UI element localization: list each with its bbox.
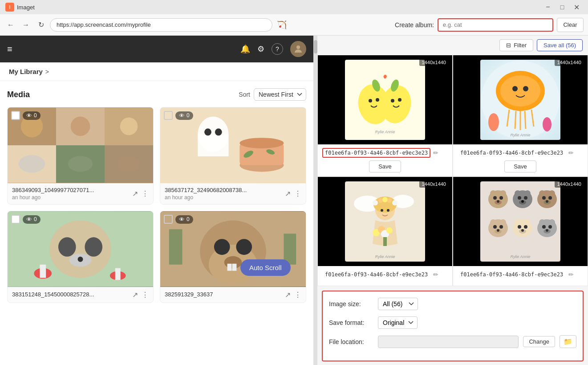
svg-point-73 — [378, 198, 383, 203]
card-more-btn[interactable]: ⋮ — [142, 189, 149, 198]
app-logo: I Imaget — [5, 3, 35, 12]
svg-point-95 — [524, 190, 531, 197]
svg-point-29 — [78, 257, 83, 262]
change-btn[interactable]: Change — [523, 336, 555, 347]
breadcrumb: My Library > — [0, 62, 313, 81]
result-edit-btn[interactable]: ✏ — [568, 271, 574, 278]
media-card[interactable]: 👁 0 385637172_32490682008738... an hour … — [160, 107, 306, 205]
result-uuid: f01ee6fa-0f93-4a46-8cbf-e9ec3e23 — [322, 270, 430, 279]
card-share-btn[interactable]: ↗ — [132, 189, 138, 198]
result-edit-btn[interactable]: ✏ — [568, 149, 574, 156]
svg-rect-83 — [383, 237, 387, 246]
save-format-label: Save format: — [329, 319, 373, 326]
card-more-btn[interactable]: ⋮ — [294, 189, 301, 198]
svg-point-56 — [500, 75, 540, 107]
svg-point-38 — [236, 239, 252, 255]
svg-rect-40 — [227, 264, 232, 271]
card-checkbox[interactable] — [11, 215, 20, 224]
svg-point-106 — [546, 200, 548, 203]
refresh-btn[interactable]: ↻ — [35, 19, 47, 31]
svg-rect-67 — [345, 181, 425, 262]
result-save-btn[interactable]: Save — [369, 160, 401, 172]
file-location-input[interactable] — [378, 336, 519, 348]
svg-point-9 — [71, 117, 90, 136]
sort-label: Sort — [239, 91, 250, 98]
card-more-btn[interactable]: ⋮ — [294, 291, 301, 299]
help-btn[interactable]: ? — [272, 43, 283, 55]
card-checkbox[interactable] — [164, 111, 173, 120]
results-grid: 1440x1440 — [317, 55, 588, 286]
back-btn[interactable]: ← — [4, 19, 17, 31]
svg-point-65 — [543, 117, 552, 131]
result-edit-btn[interactable]: ✏ — [433, 271, 438, 278]
svg-point-123 — [549, 219, 555, 226]
svg-point-124 — [542, 225, 546, 229]
svg-point-92 — [497, 200, 499, 203]
svg-point-76 — [392, 200, 397, 205]
result-dimension-badge: 1440x1440 — [555, 180, 584, 188]
svg-rect-31 — [40, 265, 46, 278]
result-edit-btn[interactable]: ✏ — [433, 149, 438, 156]
result-uuid: f01ee6fa-0f93-4a46-8cbf-e9ec3e23 — [458, 270, 566, 279]
card-views-badge: 👁 0 — [175, 215, 193, 224]
svg-point-72 — [373, 200, 378, 205]
file-location-label: File location: — [329, 338, 373, 345]
breadcrumb-link[interactable]: My Library — [9, 68, 43, 75]
hamburger-menu-btn[interactable]: ≡ — [7, 44, 12, 54]
forward-btn[interactable]: → — [20, 19, 32, 31]
create-album-input[interactable] — [438, 18, 553, 32]
eye-icon: 👁 — [179, 216, 185, 223]
svg-point-96 — [518, 196, 521, 200]
bottom-settings-panel: Image size: All (56) Large Medium Small … — [322, 291, 584, 361]
card-views-badge: 👁 0 — [23, 215, 41, 224]
svg-point-62 — [512, 86, 518, 91]
avatar[interactable] — [290, 41, 306, 57]
card-share-btn[interactable]: ↗ — [132, 291, 138, 299]
svg-point-37 — [214, 239, 230, 255]
svg-point-12 — [68, 156, 93, 172]
card-checkbox[interactable] — [11, 111, 20, 120]
sort-select[interactable]: Newest First Oldest First Name A-Z Name … — [254, 88, 306, 101]
clear-button[interactable]: Clear — [557, 18, 584, 32]
media-card[interactable]: 👁 0 383151248_15450000825728... ↗ ⋮ — [7, 211, 154, 303]
media-card-time: an hour ago — [165, 194, 247, 201]
window-close-btn[interactable]: ✕ — [570, 1, 583, 13]
svg-rect-33 — [115, 268, 121, 280]
svg-point-115 — [515, 219, 521, 226]
auto-scroll-btn[interactable]: Auto Scroll — [240, 259, 291, 276]
card-share-btn[interactable]: ↗ — [285, 291, 291, 299]
svg-point-122 — [539, 219, 545, 226]
media-card[interactable]: 👁 0 386349093_10499977027071... an hour … — [7, 107, 154, 205]
media-card[interactable]: 👁 0 382591329_33637 ↗ ⋮ — [160, 211, 306, 303]
card-checkbox[interactable] — [164, 215, 173, 224]
svg-point-18 — [215, 128, 222, 135]
svg-line-60 — [525, 111, 526, 129]
result-card: 1440x1440 — [317, 176, 453, 286]
svg-point-74 — [382, 197, 388, 202]
svg-point-82 — [386, 227, 393, 234]
window-minimize-btn[interactable]: − — [542, 1, 554, 13]
result-dimension-badge: 1440x1440 — [419, 180, 449, 188]
card-view-count: 0 — [187, 216, 190, 222]
svg-point-75 — [387, 198, 392, 203]
address-bar[interactable] — [50, 18, 272, 32]
svg-point-110 — [493, 225, 497, 229]
filter-btn[interactable]: ⊟ Filter — [499, 39, 533, 51]
save-format-select[interactable]: Original JPEG PNG WEBP — [378, 316, 418, 329]
card-share-btn[interactable]: ↗ — [285, 189, 291, 198]
right-panel: ⊟ Filter Save all (56) 1440x1440 — [317, 36, 588, 365]
card-more-btn[interactable]: ⋮ — [142, 291, 149, 299]
folder-btn[interactable]: 📁 — [560, 335, 576, 348]
save-all-btn[interactable]: Save all (56) — [537, 39, 583, 51]
filter-icon: ⊟ — [506, 42, 511, 49]
image-size-select[interactable]: All (56) Large Medium Small — [378, 298, 418, 310]
browser-action-btn[interactable]: 🏹 — [275, 18, 288, 32]
window-maximize-btn[interactable]: □ — [556, 1, 568, 13]
notifications-btn[interactable]: 🔔 — [240, 44, 250, 54]
result-save-btn[interactable]: Save — [504, 160, 536, 172]
settings-btn[interactable]: ⚙ — [257, 44, 264, 54]
svg-point-11 — [19, 155, 45, 173]
svg-point-13 — [118, 156, 141, 172]
svg-point-104 — [548, 196, 552, 200]
svg-point-17 — [204, 128, 211, 135]
